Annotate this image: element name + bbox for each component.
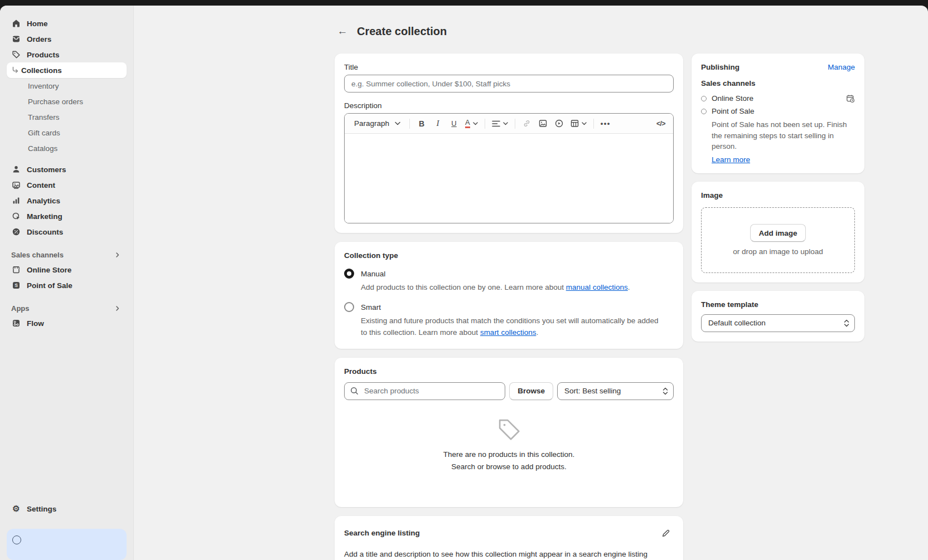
insert-image-button[interactable] [535, 116, 551, 132]
sidebar-item-catalogs[interactable]: Catalogs [7, 140, 127, 156]
title-label: Title [344, 63, 674, 71]
image-dropzone[interactable]: Add image or drop an image to upload [701, 207, 855, 273]
insert-video-button[interactable] [552, 116, 567, 132]
page-title: Create collection [357, 25, 447, 38]
sidebar-item-flow[interactable]: Flow [7, 315, 127, 331]
search-products-input[interactable] [363, 386, 499, 396]
sidebar-item-label: Gift cards [28, 129, 60, 137]
sidebar-item-marketing[interactable]: Marketing [7, 208, 127, 224]
sidebar-item-transfers[interactable]: Transfers [7, 109, 127, 125]
channel-label: Online Store [712, 94, 753, 103]
products-card: Products Browse Sort: Best selling [335, 358, 683, 507]
sidebar-nav: Home Orders Products Collections [0, 16, 133, 501]
description-editor-body[interactable] [345, 134, 673, 223]
browse-button[interactable]: Browse [509, 382, 553, 400]
channel-row-online-store: Online Store [701, 92, 855, 105]
sidebar-item-customers[interactable]: Customers [7, 162, 127, 177]
target-cursor-icon [11, 211, 21, 221]
sidebar-item-collections[interactable]: Collections [7, 62, 127, 78]
sidebar-item-label: Online Store [27, 266, 71, 274]
sidebar-section-apps[interactable]: Apps [7, 301, 127, 315]
sidebar-item-label: Flow [27, 319, 44, 328]
sidebar-item-label: Point of Sale [27, 281, 72, 290]
caret-updown-icon [663, 387, 668, 395]
sidebar-item-label: Orders [27, 35, 51, 43]
add-image-button[interactable]: Add image [750, 224, 805, 242]
insert-table-button[interactable] [568, 116, 589, 132]
code-icon: </> [656, 120, 665, 128]
sidebar-item-label: Purchase orders [28, 98, 83, 106]
alignment-button[interactable] [489, 116, 511, 132]
trial-callout[interactable] [7, 529, 127, 560]
page-header: ← Create collection [335, 23, 864, 39]
seo-heading: Search engine listing [344, 529, 420, 537]
back-button[interactable]: ← [335, 23, 350, 39]
manual-collections-link[interactable]: manual collections [566, 283, 628, 291]
smart-description: Existing and future products that match … [361, 315, 666, 338]
smart-radio[interactable] [344, 302, 354, 312]
pencil-icon [661, 529, 670, 538]
sidebar-item-inventory[interactable]: Inventory [7, 78, 127, 94]
discount-badge-icon [11, 227, 21, 237]
show-html-button[interactable]: </> [653, 116, 669, 132]
pos-note: Point of Sale has not been set up. Finis… [712, 119, 855, 152]
sort-select[interactable]: Sort: Best selling [557, 382, 674, 400]
bold-button[interactable]: B [414, 116, 429, 132]
link-icon [523, 119, 531, 128]
product-search-box [344, 382, 505, 400]
manual-radio[interactable] [344, 269, 354, 279]
sidebar-item-gift-cards[interactable]: Gift cards [7, 125, 127, 140]
manual-label: Manual [361, 270, 385, 278]
sidebar-item-home[interactable]: Home [7, 16, 127, 31]
table-icon [571, 119, 579, 128]
title-card: Title Description Paragraph B [335, 53, 683, 233]
channel-bullet [701, 109, 707, 114]
manual-description: Add products to this collection one by o… [361, 282, 666, 293]
sidebar-item-label: Products [27, 51, 60, 59]
sidebar-item-point-of-sale[interactable]: S Point of Sale [7, 277, 127, 293]
sidebar-item-purchase-orders[interactable]: Purchase orders [7, 94, 127, 109]
main-content: ← Create collection Title Description [134, 6, 928, 560]
collection-type-heading: Collection type [344, 251, 674, 260]
sidebar-section-sales-channels[interactable]: Sales channels [7, 247, 127, 262]
text-color-button[interactable]: A [462, 116, 481, 132]
italic-button[interactable]: I [430, 116, 446, 132]
person-icon [11, 164, 21, 174]
media-icon [11, 180, 21, 190]
learn-more-link[interactable]: Learn more [712, 155, 750, 164]
title-input[interactable] [344, 75, 674, 92]
subnav-arrow-icon [10, 65, 20, 75]
schedule-icon[interactable] [846, 94, 855, 103]
channel-label: Point of Sale [712, 107, 755, 115]
chevron-down-icon [582, 122, 587, 125]
sidebar-item-settings[interactable]: ⚙ Settings [7, 501, 127, 517]
sidebar-item-discounts[interactable]: Discounts [7, 224, 127, 240]
manage-link[interactable]: Manage [828, 63, 855, 71]
sort-label: Sort: Best selling [564, 387, 621, 395]
drop-hint: or drop an image to upload [733, 247, 823, 256]
underline-button[interactable]: U [446, 116, 462, 132]
empty-line-1: There are no products in this collection… [344, 449, 674, 460]
home-icon [11, 18, 21, 28]
link-button[interactable] [519, 116, 535, 132]
sidebar-item-online-store[interactable]: Online Store [7, 262, 127, 277]
smart-option-row[interactable]: Smart [344, 302, 674, 312]
more-formatting-button[interactable]: ••• [598, 116, 613, 132]
paragraph-style-dropdown[interactable]: Paragraph [349, 116, 405, 132]
section-label: Sales channels [11, 251, 64, 259]
underline-icon: U [451, 119, 456, 128]
sidebar-item-orders[interactable]: Orders [7, 31, 127, 47]
sidebar-bottom: ⚙ Settings [0, 501, 133, 560]
theme-template-select[interactable]: Default collection [701, 314, 855, 332]
smart-collections-link[interactable]: smart collections [480, 328, 536, 337]
text-color-icon: A [465, 119, 470, 128]
theme-value: Default collection [708, 319, 766, 327]
section-label: Apps [11, 304, 30, 313]
edit-seo-button[interactable] [658, 525, 674, 541]
window-topbar [0, 0, 928, 6]
manual-option-row[interactable]: Manual [344, 269, 674, 279]
sidebar-item-products[interactable]: Products [7, 47, 127, 62]
sidebar-item-content[interactable]: Content [7, 177, 127, 193]
sidebar-item-analytics[interactable]: Analytics [7, 193, 127, 208]
toolbar-divider [515, 119, 515, 129]
